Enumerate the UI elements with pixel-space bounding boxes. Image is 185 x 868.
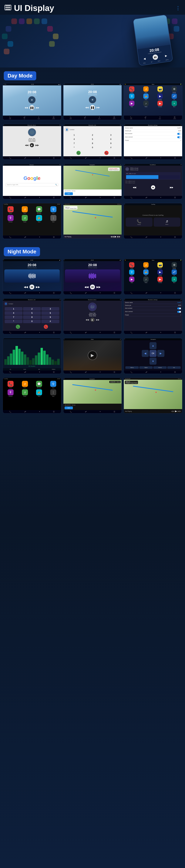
bt-btn-10[interactable]: ☍ — [24, 236, 26, 238]
night-key-3[interactable]: 3 — [41, 307, 59, 311]
nav-left-btn[interactable]: ◀ — [142, 350, 149, 357]
navi-btn-11[interactable]: ⌖ — [160, 236, 161, 238]
night-navi-4[interactable]: ⌖ — [39, 332, 40, 334]
night-next-btn[interactable]: ▶▶ — [36, 285, 40, 288]
night-navi-10[interactable]: ⌖ — [39, 411, 40, 413]
night-app-waze[interactable]: 🚣Waze — [139, 270, 153, 276]
key-9[interactable]: 9 — [102, 142, 120, 145]
night-apps-3[interactable]: ☷ — [174, 292, 176, 294]
next-btn[interactable]: ▶▶ — [170, 186, 173, 189]
key-3[interactable]: 3 — [102, 133, 120, 137]
cp-podcast[interactable]: 🎙 Podcasts — [4, 215, 17, 222]
app-more[interactable]: +More — [167, 101, 181, 107]
bt-btn-3[interactable]: ☍BT — [144, 116, 146, 119]
night-key-7[interactable]: 7 — [5, 315, 23, 319]
night-cp-spotify[interactable]: ♬ Spotify — [18, 389, 31, 397]
night-apps-8[interactable]: ☷ — [114, 371, 115, 373]
key-star[interactable]: * — [65, 146, 83, 149]
bt-btn-9[interactable]: ☍ — [146, 197, 147, 198]
night-dial-10[interactable]: 📞 — [9, 411, 11, 413]
app-photos[interactable]: 📷Photos — [153, 86, 167, 93]
night-navi-5[interactable]: ⌖ — [100, 332, 101, 334]
bt-btn-11[interactable]: ☍ — [146, 236, 147, 238]
cp-phone[interactable]: 📞 Phone — [4, 206, 17, 214]
night-nav-btn4[interactable]: Vol — [167, 366, 181, 369]
night-bt-10[interactable]: ☍ — [24, 411, 26, 413]
bt-btn-2[interactable]: ☍BT — [84, 116, 86, 119]
nav-up-btn[interactable]: ▲ — [150, 342, 157, 349]
bt-btn-4[interactable]: ☍ — [24, 157, 26, 159]
navi-btn-3[interactable]: ⌖NAVI — [159, 116, 161, 119]
apps-btn-9[interactable]: ☷ — [174, 197, 176, 198]
apps-btn-8[interactable]: ☷ — [114, 197, 115, 198]
night2-prev-btn[interactable]: ◀◀ — [84, 285, 88, 288]
night-nav-btn1[interactable]: Menu — [125, 366, 139, 369]
bt-btn-5[interactable]: ☍ — [85, 157, 87, 159]
night2-next-btn[interactable]: ▶▶ — [97, 285, 101, 288]
dial-btn-2[interactable]: 📞DIAL — [70, 116, 72, 119]
navi-btn-5[interactable]: ⌖ — [100, 157, 101, 159]
bt-btn-7[interactable]: ☍ — [24, 197, 26, 198]
nav-go-btn[interactable]: GO — [64, 192, 73, 195]
night-dial-8[interactable]: 📞 — [70, 371, 72, 373]
dial-btn[interactable]: 📞DIAL — [9, 116, 11, 119]
end-call-btn[interactable]: 📞 — [104, 151, 109, 155]
google-search-bar[interactable]: Search or type URL 🔍 — [5, 183, 59, 186]
night-app-phone[interactable]: 📞Phone — [125, 262, 138, 269]
night2-play-btn[interactable]: ▮▮ — [90, 284, 95, 289]
night-key-5[interactable]: 5 — [23, 311, 41, 315]
app-maps[interactable]: ⚲Maps — [125, 94, 138, 100]
night-apps-9[interactable]: ☷ — [174, 371, 176, 373]
night-apps-11[interactable]: ☷ — [114, 411, 115, 413]
app-music[interactable]: ♬Music — [139, 86, 153, 93]
key-1[interactable]: 1 — [65, 133, 83, 137]
auto-connect-row[interactable]: Auto connect — [125, 136, 181, 139]
navi-btn-9[interactable]: ⌖ — [160, 196, 161, 198]
night-cp-prev-btn[interactable]: ◀◀ — [171, 410, 175, 412]
apps-btn-4[interactable]: ☷ — [53, 157, 55, 159]
dial-btn-4[interactable]: 📞 — [9, 157, 11, 159]
night-key-9[interactable]: 9 — [41, 315, 59, 319]
night-nav-go-btn[interactable]: GO — [64, 406, 73, 409]
dial-btn-7[interactable]: 📞 — [9, 197, 11, 198]
navi-btn-4[interactable]: ⌖ — [39, 157, 40, 159]
night-dial-4[interactable]: 📞 — [9, 332, 11, 334]
night-cp-podcast[interactable]: 🎙 Podcasts — [4, 389, 17, 397]
night-key-8[interactable]: 8 — [23, 315, 41, 319]
night-apps-4[interactable]: ☷ — [53, 332, 55, 334]
cp-messages[interactable]: 💬 Messages — [32, 206, 46, 214]
call-btn[interactable]: 📞 — [76, 151, 81, 155]
navi-btn[interactable]: ⌖NAVI — [38, 116, 40, 119]
night-app-settings[interactable]: ⚙Settings — [167, 262, 181, 269]
key-6[interactable]: 6 — [102, 137, 120, 141]
night-cp-music[interactable]: ♬ Music — [18, 381, 31, 389]
cp-prev-btn[interactable]: ◀◀ — [110, 235, 114, 238]
night-navi-8[interactable]: ⌖ — [100, 371, 101, 373]
night-dial-6[interactable]: 📞 — [130, 332, 133, 334]
dial-btn-10[interactable]: 📞 — [9, 236, 11, 238]
dial-btn-6[interactable]: 📞 — [130, 157, 133, 159]
night-navi-2[interactable]: ⌖ — [100, 292, 101, 294]
night-bt-1[interactable]: ☍ — [24, 292, 26, 294]
night-key-star[interactable]: * — [5, 319, 23, 323]
night-key-hash[interactable]: # — [41, 319, 59, 323]
apps-btn-2[interactable]: ☷APPS — [113, 116, 115, 119]
apps-btn-6[interactable]: ☷ — [174, 157, 176, 159]
app-youtube[interactable]: ▶YouTube — [153, 101, 167, 107]
night-call-btn[interactable]: 📞 — [16, 324, 20, 329]
bt-btn[interactable]: ☍BT — [24, 116, 25, 119]
dial-btn-5[interactable]: 📞 — [70, 157, 72, 159]
night-nav-btn3[interactable]: Home — [153, 366, 167, 369]
night-apps-1[interactable]: ☷ — [53, 292, 55, 294]
night-bt-4[interactable]: ☍ — [24, 332, 26, 334]
night-bt-3[interactable]: ☍ — [146, 292, 147, 294]
cp-maps[interactable]: ⚲ Maps — [47, 206, 60, 214]
night-key-6[interactable]: 6 — [41, 311, 59, 315]
night-dial-1[interactable]: 📞 — [9, 292, 11, 294]
night-dial-11[interactable]: 📞 — [70, 411, 72, 413]
bt-btn-8[interactable]: ☍ — [85, 197, 87, 198]
night-play-btn[interactable]: ▮▮ — [29, 284, 34, 289]
night-navi-11[interactable]: ⌖ — [100, 411, 101, 413]
night-app-more[interactable]: +More — [167, 277, 181, 283]
key-0[interactable]: 0 — [84, 146, 101, 149]
